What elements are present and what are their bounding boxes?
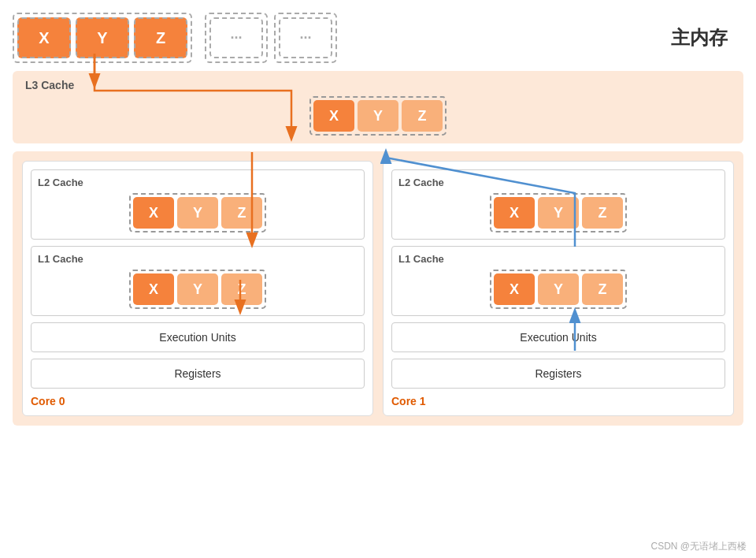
core1-l2-y: Y	[538, 197, 579, 229]
core1-label: Core 1	[391, 395, 725, 407]
main-memory-label: 主内存	[671, 25, 743, 50]
core1-execution-units: Execution Units	[391, 322, 725, 352]
l3-block-z: Z	[402, 100, 443, 132]
main-container: X Y Z ··· ··· 主内存 L3 Cache X Y Z	[0, 0, 756, 558]
core0-l1-blocks: X Y Z	[129, 270, 266, 309]
l3-cache-label: L3 Cache	[25, 79, 731, 91]
core1-registers: Registers	[391, 359, 725, 389]
core0-l2-cache: L2 Cache X Y Z	[31, 169, 365, 240]
mem-block-dots1: ···	[209, 17, 263, 58]
core0-registers: Registers	[31, 359, 365, 389]
mem-block-x: X	[17, 17, 71, 58]
core1-l2-cache: L2 Cache X Y Z	[391, 169, 725, 240]
core1-l1-z: Z	[582, 273, 623, 305]
core1-l2-z: Z	[582, 197, 623, 229]
core1-l1-x: X	[494, 273, 535, 305]
core1-l2-blocks: X Y Z	[490, 193, 627, 232]
core0-l1-x: X	[133, 273, 174, 305]
l3-block-x: X	[313, 100, 354, 132]
main-memory-empty-group1: ···	[205, 13, 268, 63]
l3-blocks-container: X Y Z	[25, 96, 731, 136]
core0-l1-y: Y	[177, 273, 218, 305]
core1-l1-cache: L1 Cache X Y Z	[391, 246, 725, 316]
l3-cache-section: L3 Cache X Y Z	[13, 71, 743, 143]
main-memory-section: X Y Z ··· ··· 主内存	[13, 13, 743, 63]
mem-block-z: Z	[134, 17, 187, 58]
l3-block-y: Y	[358, 100, 398, 132]
core0-l2-x: X	[133, 197, 174, 229]
core0-l1-cache: L1 Cache X Y Z	[31, 246, 365, 316]
core0-l2-blocks: X Y Z	[129, 193, 266, 232]
core0-label: Core 0	[31, 395, 365, 407]
core0-l2-label: L2 Cache	[38, 177, 358, 188]
core0-l1-label: L1 Cache	[38, 253, 358, 265]
core0-execution-units: Execution Units	[31, 322, 365, 352]
core1-l1-blocks: X Y Z	[490, 270, 627, 309]
core0-l2-z: Z	[221, 197, 262, 229]
mem-block-y: Y	[76, 17, 129, 58]
core0-l2-y: Y	[177, 197, 218, 229]
core0-box: L2 Cache X Y Z L1 Cache X Y Z	[22, 161, 373, 416]
main-memory-xyz-group: X Y Z	[13, 13, 192, 63]
core1-box: L2 Cache X Y Z L1 Cache X Y Z	[383, 161, 734, 416]
core1-l2-label: L2 Cache	[398, 177, 718, 188]
core1-l1-label: L1 Cache	[398, 253, 718, 265]
core1-l1-y: Y	[538, 273, 579, 305]
core1-l2-x: X	[494, 197, 535, 229]
mem-block-dots2: ···	[279, 17, 332, 58]
watermark: CSDN @无语堵上西楼	[650, 540, 747, 553]
main-memory-empty-group2: ···	[274, 13, 337, 63]
core0-l1-z: Z	[221, 273, 262, 305]
l3-cache-blocks: X Y Z	[309, 96, 447, 136]
cores-section: L2 Cache X Y Z L1 Cache X Y Z	[13, 151, 743, 426]
